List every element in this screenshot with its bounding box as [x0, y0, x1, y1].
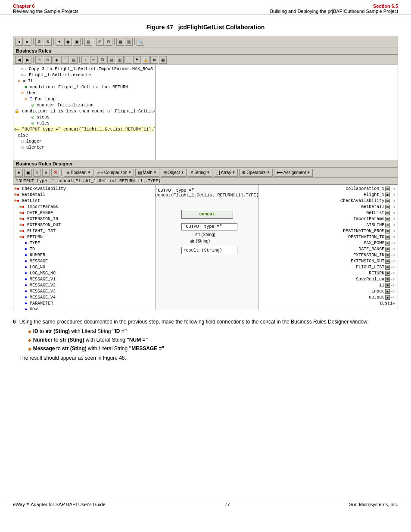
page-footer: eWay™ Adapter for SAP BAPI User's Guide … — [0, 499, 411, 510]
node-btn[interactable]: ⊕ — [385, 223, 390, 227]
tool11[interactable]: 🔍 — [137, 38, 144, 46]
header-right: Section 6.5 Building and Deploying the p… — [270, 3, 398, 14]
node-btn[interactable]: ⊞ — [385, 205, 390, 209]
step-container: 6 Using the same procedures documented i… — [13, 319, 398, 366]
boolean-arrow: ▼ — [87, 171, 91, 174]
list-item: ⊕◆ FLIGHT_LIST — [14, 228, 154, 234]
node-btn[interactable]: ◼ — [385, 295, 390, 300]
tool4[interactable]: ◉ — [64, 38, 72, 46]
node-btn[interactable]: ◼ — [385, 289, 390, 294]
sep5 — [114, 38, 115, 45]
list-item: Collaboration_1 ⊞-◇ — [260, 186, 397, 192]
node-btn[interactable]: ⊞ — [385, 211, 390, 215]
node-btn[interactable]: ⊞ — [385, 235, 390, 240]
object-btn[interactable]: ⊞ Object ▼ — [161, 169, 187, 177]
t11[interactable]: → — [125, 56, 132, 64]
concat-box: concat — [181, 210, 233, 219]
bullet-icon: ◆ — [28, 338, 31, 342]
designer-x-btn[interactable]: ✕ — [51, 169, 59, 177]
tool1[interactable]: ⚙ — [35, 38, 43, 46]
tree-item: ⊕ Ξ For Loop — [14, 96, 154, 102]
tool5[interactable]: ▣ — [73, 38, 81, 46]
screenshot-container: ◄ ► ⚙ ⚙ ✦ ◉ ▣ ▤ ⊞ ⊟ ▦ ▧ 🔍 Business Rules… — [13, 36, 398, 310]
t10[interactable]: ▥ — [116, 56, 124, 64]
array-arrow: ▼ — [232, 171, 235, 174]
t15[interactable]: ▦ — [159, 56, 167, 64]
list-item: ● ROW — [14, 306, 154, 310]
designer-btn3[interactable]: ⊕ — [33, 169, 41, 177]
t9[interactable]: ▤ — [107, 56, 115, 64]
designer-btn2[interactable]: ▣ — [24, 169, 32, 177]
tree-item: ■ condition: Flight_1.GetList has RETURN — [14, 84, 154, 90]
node-btn[interactable]: ⊞ — [385, 259, 390, 264]
formula-display: "OUTPUT type =" concat(Flight_1.GetList.… — [155, 188, 258, 198]
t7[interactable]: ✂ — [90, 56, 98, 64]
array-btn[interactable]: [ ] Array ▼ — [214, 169, 238, 177]
tree-item: □ alerter — [14, 144, 154, 150]
sep1 — [33, 38, 34, 45]
designer-label: Business Rules Designer — [13, 160, 398, 168]
nav-back[interactable]: ◀ — [15, 56, 23, 64]
t14[interactable]: ⊠ — [150, 56, 158, 64]
designer-toolbar: ✱ ▣ ⊕ ⊗ ✕ ◈ Boolean ▼ ⟺ Comparison ▼ ▤ M… — [13, 168, 398, 178]
tree-item: else — [14, 132, 154, 138]
t1[interactable]: ⊕ — [35, 56, 43, 64]
t3[interactable]: ◈ — [53, 56, 60, 64]
t6[interactable]: ↕ — [81, 56, 89, 64]
tool3[interactable]: ✦ — [56, 38, 63, 46]
node-btn[interactable]: ⊞ — [385, 265, 390, 270]
sep7 — [33, 56, 34, 63]
bullet-icon: ◆ — [28, 329, 31, 334]
tree-item: ◇→ Flight_1.GetList.execute — [14, 72, 154, 78]
concat-component: concat "OUTPUT type =" → str (String) st… — [177, 206, 237, 255]
node-btn[interactable]: ⊞ — [385, 277, 390, 282]
t12[interactable]: ⚑ — [133, 56, 141, 64]
node-btn[interactable]: ⊞ — [385, 217, 390, 221]
list-item: ● PARAMETER — [14, 300, 154, 306]
str-display: str (String) — [190, 239, 210, 243]
node-btn[interactable]: ⊞ — [385, 283, 390, 288]
designer-left-panel: ⊕◆ CheckAvailability ⊕◆ GetDetail ⊕◆ Get… — [13, 185, 156, 310]
tool6[interactable]: ▤ — [84, 38, 92, 46]
assignment-btn[interactable]: ⟵ Assignment ▼ — [274, 169, 313, 177]
list-item: i1 ⊞-◇ — [260, 282, 397, 288]
tree-item: ◇→ Copy 3 to Flight_1.GetList.ImportPara… — [14, 66, 154, 72]
operators-btn[interactable]: ⚙ Operators ▼ — [239, 169, 272, 177]
list-item: EXTENSION_IN ⊞-◇ — [260, 252, 397, 258]
node-btn[interactable]: ⊞ — [385, 271, 390, 276]
node-btn[interactable]: ⊞ — [385, 229, 390, 233]
designer-section: Business Rules Designer ✱ ▣ ⊕ ⊗ ✕ ◈ Bool… — [13, 160, 398, 310]
t4[interactable]: □ — [61, 56, 69, 64]
math-btn[interactable]: ▤ Math ▼ — [135, 169, 159, 177]
tool7[interactable]: ⊞ — [96, 38, 104, 46]
nav-fwd[interactable]: ▶ — [24, 56, 31, 64]
list-item: EXTENSION_OUT ⊞-◇ — [260, 258, 397, 264]
designer-btn1[interactable]: ✱ — [15, 169, 23, 177]
second-toolbar: ◀ ▶ ⊕ ⊗ ◈ □ ▤ ↕ ✂ ⧉ ▤ ▥ → ⚑ 🔒 ⊠ ▦ — [13, 55, 398, 65]
back-btn[interactable]: ◄ — [15, 38, 23, 46]
tool10[interactable]: ▧ — [125, 38, 133, 46]
designer-btn4[interactable]: ⊗ — [42, 169, 50, 177]
node-btn[interactable]: ⊞ — [385, 187, 390, 191]
t13[interactable]: 🔒 — [142, 56, 149, 64]
designer-middle-panel: "OUTPUT type =" concat(Flight_1.GetList.… — [156, 185, 259, 310]
list-item: SaveReplica ⊞-◇ — [260, 276, 397, 282]
fwd-btn[interactable]: ► — [24, 38, 31, 46]
list-item: ● MESSAGE_V1 — [14, 276, 154, 282]
node-btn[interactable]: ⊞ — [385, 253, 390, 258]
node-btn[interactable]: ◼ — [385, 193, 390, 197]
boolean-btn[interactable]: ◈ Boolean ▼ — [64, 169, 93, 177]
node-btn[interactable]: ⊞ — [385, 247, 390, 252]
t5[interactable]: ▤ — [70, 56, 78, 64]
step-text: Using the same procedures documented in … — [19, 319, 369, 361]
node-btn[interactable]: ⊕ — [385, 241, 390, 246]
tool9[interactable]: ▦ — [116, 38, 124, 46]
tool2[interactable]: ⚙ — [44, 38, 52, 46]
string-btn[interactable]: A String ▼ — [188, 169, 212, 177]
t2[interactable]: ⊗ — [44, 56, 52, 64]
node-btn[interactable]: ⊞ — [385, 199, 390, 203]
t8[interactable]: ⧉ — [99, 56, 106, 64]
comparison-btn[interactable]: ⟺ Comparison ▼ — [95, 169, 134, 177]
footer-right: Sun Microsystems, Inc. — [349, 502, 398, 507]
tool8[interactable]: ⊟ — [105, 38, 112, 46]
